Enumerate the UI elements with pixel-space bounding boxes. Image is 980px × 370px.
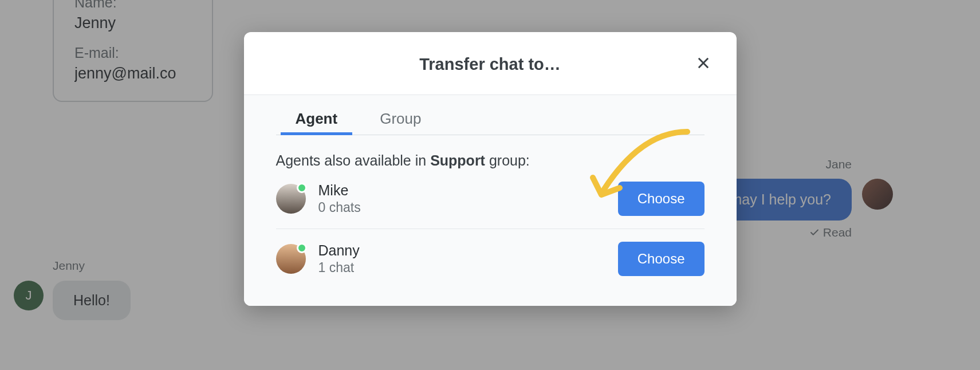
- tab-agent[interactable]: Agent: [292, 110, 341, 135]
- status-online-icon: [297, 183, 307, 193]
- modal-header: Transfer chat to…: [244, 32, 737, 95]
- tabs: Agent Group: [276, 95, 705, 135]
- agent-name: Danny: [318, 242, 618, 259]
- helper-group: Support: [430, 152, 485, 168]
- choose-button[interactable]: Choose: [618, 242, 705, 276]
- helper-prefix: Agents also available in: [276, 152, 431, 168]
- agent-row: Danny 1 chat Choose: [276, 229, 705, 289]
- close-icon: [695, 55, 711, 71]
- agent-meta: 0 chats: [318, 200, 618, 215]
- close-button[interactable]: [692, 52, 715, 74]
- agent-avatar: [276, 184, 306, 214]
- tab-group[interactable]: Group: [376, 110, 424, 135]
- helper-suffix: group:: [485, 152, 530, 168]
- choose-button[interactable]: Choose: [618, 182, 705, 216]
- status-online-icon: [297, 243, 307, 253]
- agent-name: Mike: [318, 182, 618, 199]
- agent-info: Mike 0 chats: [318, 182, 618, 215]
- modal-body: Agent Group Agents also available in Sup…: [244, 95, 737, 306]
- transfer-modal: Transfer chat to… Agent Group Agents als…: [244, 32, 737, 306]
- agent-meta: 1 chat: [318, 260, 618, 275]
- helper-text: Agents also available in Support group:: [276, 152, 705, 169]
- agent-info: Danny 1 chat: [318, 242, 618, 275]
- agent-avatar: [276, 244, 306, 274]
- agent-row: Mike 0 chats Choose: [276, 169, 705, 229]
- modal-title: Transfer chat to…: [244, 55, 737, 74]
